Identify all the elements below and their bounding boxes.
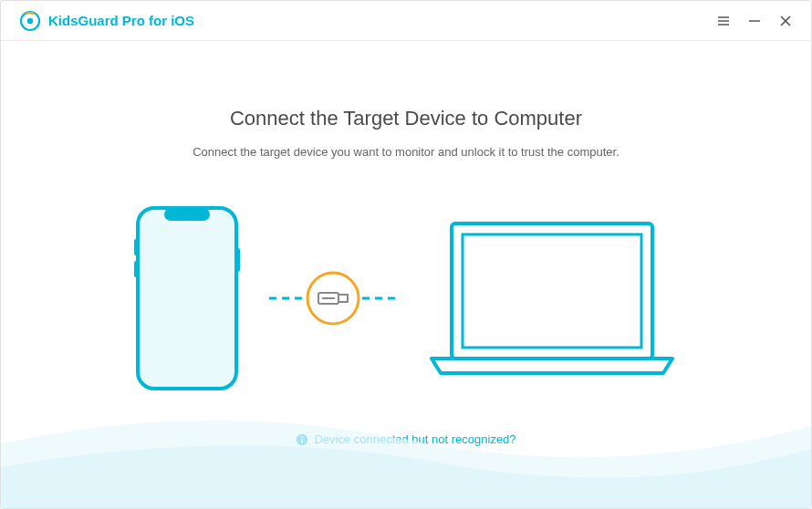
content-area: Connect the Target Device to Computer Co… [1,41,811,508]
window-controls [716,14,793,28]
svg-rect-12 [236,248,240,272]
phone-icon [132,203,242,394]
page-title: Connect the Target Device to Computer [230,107,582,130]
close-button[interactable] [778,14,793,28]
brand-name: KidsGuard Pro for iOS [48,13,194,28]
usb-connector-icon [269,271,397,326]
svg-rect-20 [463,234,641,348]
svg-rect-19 [452,223,652,358]
minimize-button[interactable] [747,14,762,28]
svg-rect-22 [302,436,304,438]
svg-rect-23 [302,438,304,442]
brand: KidsGuard Pro for iOS [19,10,194,32]
svg-point-1 [27,17,33,23]
app-window: KidsGuard Pro for iOS [0,0,812,509]
laptop-icon [424,216,680,380]
svg-rect-10 [134,239,138,255]
info-icon [296,433,308,446]
help-link[interactable]: Device connected but not recognized? [296,432,515,446]
svg-rect-11 [134,261,138,277]
svg-rect-9 [164,208,210,221]
brand-logo-icon [19,10,41,32]
svg-rect-8 [138,208,236,389]
wave-background [1,390,811,508]
titlebar: KidsGuard Pro for iOS [1,1,811,41]
help-link-text: Device connected but not recognized? [314,432,515,446]
page-subtitle: Connect the target device you want to mo… [193,145,619,159]
menu-button[interactable] [716,14,731,28]
connection-illustration [132,203,680,394]
